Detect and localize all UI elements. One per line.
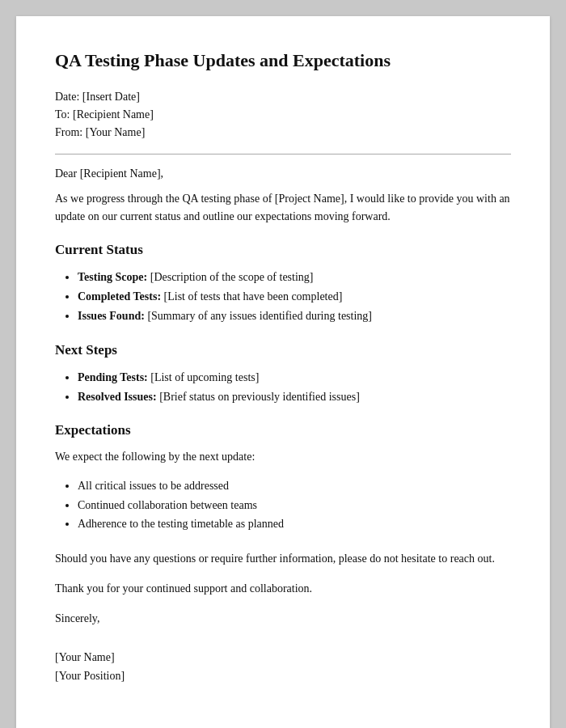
section-heading-current-status: Current Status: [55, 242, 511, 258]
bullet-bold: Pending Tests:: [78, 371, 148, 383]
divider: [55, 154, 511, 154]
document-title: QA Testing Phase Updates and Expectation…: [55, 49, 511, 73]
sign-off-block: Sincerely, [Your Name] [Your Position]: [55, 609, 511, 686]
list-item: Testing Scope: [Description of the scope…: [78, 268, 511, 287]
bullet-bold: Issues Found:: [78, 310, 145, 322]
expectations-list: All critical issues to be addressed Cont…: [55, 476, 511, 534]
bullet-text: [Description of the scope of testing]: [147, 271, 313, 283]
section-heading-expectations: Expectations: [55, 422, 511, 438]
bullet-bold: Testing Scope:: [78, 271, 147, 283]
closing-word: Sincerely,: [55, 609, 511, 629]
bullet-text: All critical issues to be addressed: [78, 480, 229, 492]
bullet-text: [Brief status on previously identified i…: [157, 391, 360, 403]
closing-paragraph-1: Should you have any questions or require…: [55, 550, 511, 568]
bullet-text: Adherence to the testing timetable as pl…: [78, 518, 284, 530]
salutation: Dear [Recipient Name],: [55, 167, 511, 180]
bullet-bold: Resolved Issues:: [78, 391, 157, 403]
intro-paragraph: As we progress through the QA testing ph…: [55, 190, 511, 226]
list-item: Resolved Issues: [Brief status on previo…: [78, 387, 511, 407]
list-item: Completed Tests: [List of tests that hav…: [78, 287, 511, 307]
date-field: Date: [Insert Date]: [55, 91, 511, 104]
to-field: To: [Recipient Name]: [55, 108, 511, 121]
current-status-list: Testing Scope: [Description of the scope…: [55, 268, 511, 325]
next-steps-list: Pending Tests: [List of upcoming tests] …: [55, 368, 511, 407]
bullet-text: Continued collaboration between teams: [78, 499, 257, 511]
list-item: Issues Found: [Summary of any issues ide…: [78, 307, 511, 326]
document-container: QA Testing Phase Updates and Expectation…: [16, 16, 550, 728]
list-item: Pending Tests: [List of upcoming tests]: [78, 368, 511, 387]
list-item: Adherence to the testing timetable as pl…: [78, 514, 511, 534]
section-heading-next-steps: Next Steps: [55, 342, 511, 358]
bullet-text: [Summary of any issues identified during…: [145, 310, 372, 322]
bullet-bold: Completed Tests:: [78, 290, 161, 303]
bullet-text: [List of tests that have been completed]: [161, 290, 342, 303]
signer-position: [Your Position]: [55, 667, 511, 686]
signer-name: [Your Name]: [55, 648, 511, 667]
bullet-text: [List of upcoming tests]: [148, 371, 260, 383]
closing-paragraph-2: Thank you for your continued support and…: [55, 580, 511, 598]
list-item: All critical issues to be addressed: [78, 476, 511, 496]
from-field: From: [Your Name]: [55, 126, 511, 139]
list-item: Continued collaboration between teams: [78, 496, 511, 515]
expectations-intro: We expect the following by the next upda…: [55, 448, 511, 466]
